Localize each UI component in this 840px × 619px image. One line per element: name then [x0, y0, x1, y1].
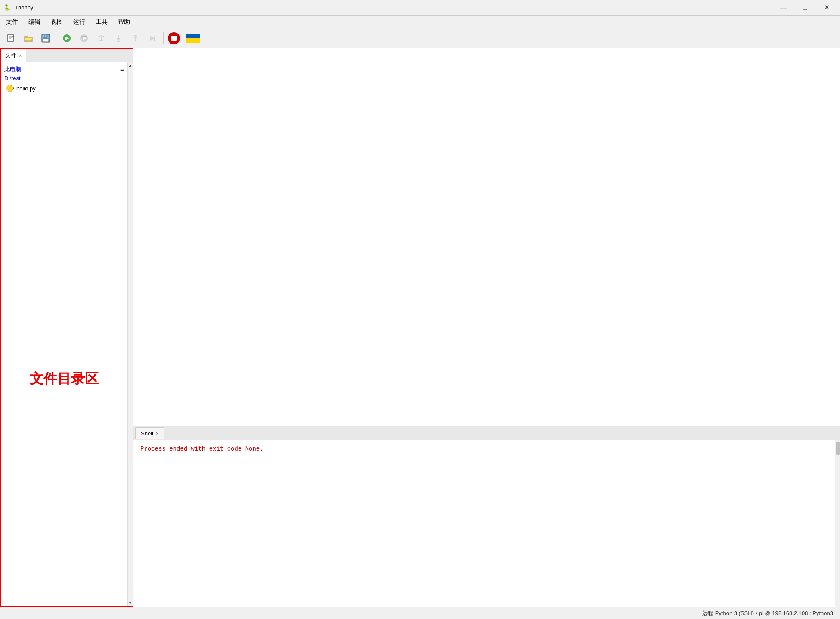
main-content: 文件 × 此电脑 ≡ D:\test — [0, 48, 840, 607]
svg-point-25 — [10, 90, 11, 91]
resume-button[interactable] — [145, 31, 161, 46]
stop-circle — [168, 32, 180, 44]
toolbar — [0, 28, 840, 48]
file-name-hello-py: hello.py — [16, 85, 36, 92]
menu-view[interactable]: 视图 — [46, 16, 67, 28]
file-panel: 文件 × 此电脑 ≡ D:\test — [0, 48, 133, 607]
debug-button[interactable] — [76, 31, 92, 46]
status-text: 远程 Python 3 (SSH) • pi @ 192.168.2.108 :… — [702, 610, 833, 617]
file-panel-inner: 此电脑 ≡ D:\test hello.py 文件目录区 — [1, 62, 133, 606]
menu-run[interactable]: 运行 — [69, 16, 90, 28]
scroll-down-arrow[interactable]: ▼ — [128, 600, 133, 605]
file-tab-label: 文件 — [5, 52, 16, 59]
shell-output-text: Process ended with exit code None. — [140, 445, 263, 452]
shell-area: Shell × Process ended with exit code Non… — [133, 426, 840, 607]
file-tab-close-icon[interactable]: × — [19, 53, 22, 58]
file-tab[interactable]: 文件 × — [1, 49, 26, 62]
svg-rect-0 — [8, 34, 13, 42]
svg-point-24 — [9, 86, 9, 87]
editor-area[interactable] — [133, 48, 840, 426]
file-panel-tabs: 文件 × — [1, 49, 133, 62]
svg-marker-17 — [117, 38, 120, 41]
app-title: Thonny — [15, 4, 33, 11]
shell-content[interactable]: Process ended with exit code None. — [133, 440, 835, 607]
menu-tools[interactable]: 工具 — [91, 16, 112, 28]
menu-help[interactable]: 帮助 — [114, 16, 134, 28]
title-bar-left: 🐍 Thonny — [3, 4, 33, 12]
svg-rect-5 — [43, 34, 47, 37]
svg-rect-6 — [43, 39, 49, 42]
menu-edit[interactable]: 编辑 — [24, 16, 45, 28]
title-bar: 🐍 Thonny — □ ✕ — [0, 0, 840, 16]
toolbar-separator-2 — [163, 32, 164, 44]
shell-scrollbar-thumb — [836, 442, 840, 455]
status-bar: 远程 Python 3 (SSH) • pi @ 192.168.2.108 :… — [0, 607, 840, 619]
maximize-button[interactable]: □ — [795, 1, 815, 15]
file-tree: 此电脑 ≡ D:\test hello.py 文件目录区 — [1, 62, 127, 606]
file-scrollbar[interactable]: ▲ ▼ — [127, 62, 133, 606]
step-out-button[interactable] — [128, 31, 143, 46]
run-button[interactable] — [59, 31, 74, 46]
open-file-button[interactable] — [21, 31, 36, 46]
shell-tab-close-icon[interactable]: × — [156, 431, 158, 436]
hamburger-icon[interactable]: ≡ — [120, 65, 124, 73]
window-controls: — □ ✕ — [774, 1, 837, 15]
scroll-up-arrow[interactable]: ▲ — [128, 63, 133, 68]
ukraine-yellow — [186, 38, 200, 43]
menu-file[interactable]: 文件 — [2, 16, 22, 28]
step-into-button[interactable] — [111, 31, 126, 46]
shell-tab[interactable]: Shell × — [135, 427, 164, 439]
svg-marker-20 — [134, 36, 137, 38]
stop-button[interactable] — [166, 31, 182, 46]
minimize-button[interactable]: — — [774, 1, 794, 15]
app-icon: 🐍 — [3, 4, 11, 12]
close-button[interactable]: ✕ — [817, 1, 837, 15]
save-file-button[interactable] — [38, 31, 53, 46]
right-panel: Shell × Process ended with exit code Non… — [133, 48, 840, 607]
step-over-button[interactable] — [93, 31, 109, 46]
shell-content-row: Process ended with exit code None. — [133, 440, 840, 607]
file-location[interactable]: 此电脑 — [4, 65, 21, 73]
stop-square-icon — [171, 36, 177, 41]
file-item-hello-py[interactable]: hello.py — [1, 83, 127, 93]
menu-bar: 文件 编辑 视图 运行 工具 帮助 — [0, 16, 840, 28]
svg-marker-22 — [150, 36, 154, 41]
shell-tabs: Shell × — [133, 426, 840, 440]
ukraine-blue — [186, 34, 200, 38]
file-panel-watermark: 文件目录区 — [30, 370, 99, 389]
file-path: D:\test — [1, 75, 127, 83]
ukraine-flag — [186, 34, 200, 43]
shell-scrollbar[interactable] — [835, 440, 840, 607]
shell-tab-label: Shell — [141, 430, 153, 437]
new-file-button[interactable] — [3, 31, 19, 46]
file-tree-header: 此电脑 ≡ — [1, 64, 127, 75]
python-file-icon — [6, 84, 14, 92]
toolbar-separator-1 — [56, 32, 56, 44]
